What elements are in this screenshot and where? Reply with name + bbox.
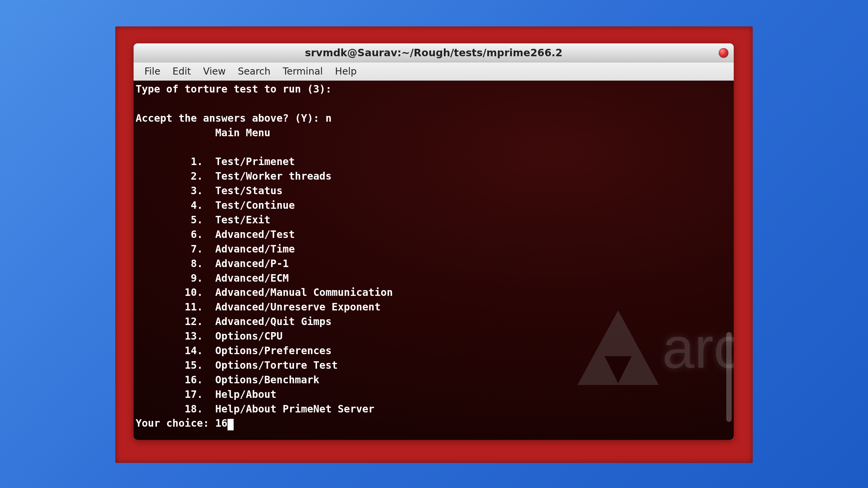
window-title: srvmdk@Saurav:~/Rough/tests/mprime266.2 [305, 47, 563, 59]
menubar: FileEditViewSearchTerminalHelp [134, 62, 734, 81]
menu-file[interactable]: File [138, 64, 166, 79]
menu-search[interactable]: Search [232, 64, 277, 79]
desktop-red-frame: srvmdk@Saurav:~/Rough/tests/mprime266.2 … [115, 26, 753, 463]
menu-view[interactable]: View [197, 64, 232, 79]
cursor-icon [228, 419, 234, 430]
terminal-area[interactable]: arch Type of torture test to run (3): Ac… [134, 81, 734, 440]
window-titlebar[interactable]: srvmdk@Saurav:~/Rough/tests/mprime266.2 [134, 43, 734, 62]
scrollbar[interactable] [726, 332, 732, 422]
close-icon[interactable] [719, 48, 728, 58]
menu-edit[interactable]: Edit [166, 64, 197, 79]
menu-terminal[interactable]: Terminal [277, 64, 329, 79]
menu-help[interactable]: Help [329, 64, 363, 79]
prompt-line[interactable]: Your choice: 16 [136, 417, 228, 429]
terminal-window: srvmdk@Saurav:~/Rough/tests/mprime266.2 … [134, 43, 734, 440]
terminal-output: Type of torture test to run (3): Accept … [136, 82, 732, 431]
